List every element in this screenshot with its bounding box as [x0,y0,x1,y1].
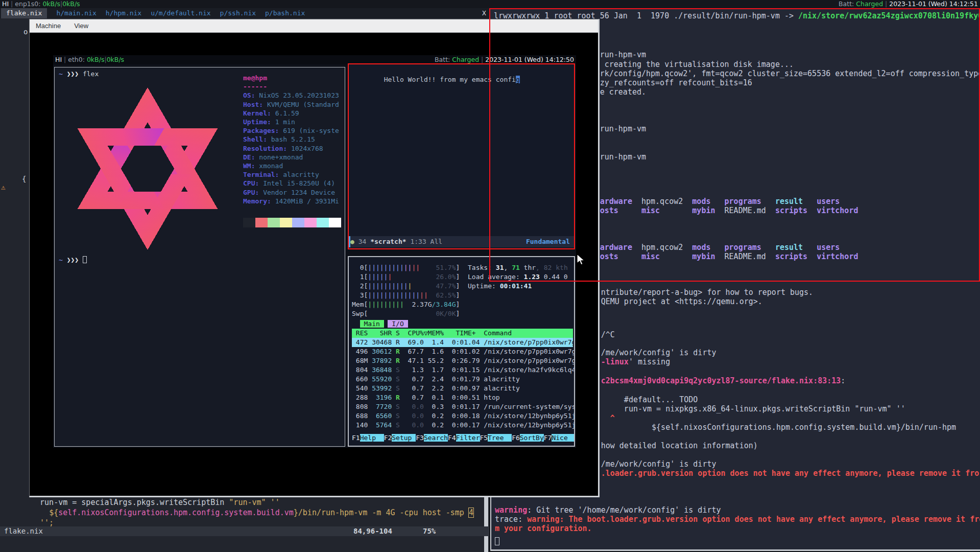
fn-key[interactable]: F1 [352,434,360,442]
close-icon[interactable]: X [482,9,486,17]
fn-key-label[interactable]: Nice [552,434,575,442]
emacs-cursor: g [516,76,520,83]
vm-display[interactable]: HI | eth0: 0kB/s|0kB/s Batt: Charged | 2… [53,55,576,448]
htop-process-row: 808 7720 S 0.0 0.3 0:01.17 /run/current-… [352,402,575,411]
modeline-buffer-name: flake.nix [4,526,43,536]
shell-prompt-empty: ~ ❯❯❯ [59,256,87,264]
palette-swatch [304,218,317,227]
vm-emacs-modeline: ● 34 *scratch* 1:33 All Fundamental [349,236,574,247]
terminal-line: m your configuration. [495,524,592,533]
htop-tab[interactable]: Main [360,320,384,328]
htop-process-row: 688 6560 S 0.0 0.2 0:00.18 /nix/store/12… [352,411,575,421]
neofetch-line: WM: xmonad [243,162,344,170]
tab-item[interactable]: h/hpm.nix [106,8,141,18]
buffer-glyph: ⚠ [1,183,5,191]
menu-machine[interactable]: Machine [36,19,61,32]
palette-swatch [329,218,341,227]
htop-process-row: 660 55920 S 0.7 2.4 0:01.79 alacritty [352,375,520,384]
tab-item[interactable]: p/bash.nix [265,8,305,18]
fn-key[interactable]: F7 [544,434,552,442]
vm-modeline-buffer-info: ● 34 *scratch* 1:33 All [350,238,442,245]
tab-item[interactable]: p/ssh.nix [220,8,256,18]
neofetch-line: me@hpm [243,74,344,82]
htop-line: 0[||||||||||||| 51.7%] Tasks: 31, 71 thr… [352,263,568,272]
palette-swatch [268,218,280,227]
htop-process-row: 496 30612 R 67.7 1.6 0:01.02 /nix/store/… [352,347,575,356]
htop-line: 1[|||||| 26.0%] Load average: 1.23 0.44 … [352,272,568,282]
fn-key-label[interactable]: Search [424,434,448,442]
neofetch-output: me@hpm------OS: NixOS 23.05.20231023Host… [243,74,344,205]
neofetch-line: Packages: 619 (nix-syste [243,126,344,135]
htop-function-bar: F1Help F2Setup F3SearchF4FilterF5Tree F6… [352,433,575,443]
vm-network-status: HI | eth0: 0kB/s|0kB/s [55,55,124,64]
htop-process-row: 140 5764 S 0.0 0.2 0:00.17 /nix/store/12… [352,421,575,430]
htop-process-row: 68M 37892 R 47.1 55.2 0:26.79 /nix/store… [352,356,575,365]
qemu-vm-window[interactable]: Machine View HI | eth0: 0kB/s|0kB/s Batt… [29,19,600,497]
emacs-tab-bar: flake.nixh/main.nixh/hpm.nixu/m/default.… [0,8,489,18]
vm-htop-window[interactable]: 0[||||||||||||| 51.7%] Tasks: 31, 71 thr… [348,256,575,447]
terminal-line: trace: warning: The boot.loader.grub.ver… [495,515,980,524]
vm-terminal-window[interactable]: ~ ❯❯❯ flex [54,67,345,447]
htop-tab[interactable]: I/O [388,320,408,328]
htop-process-row: 472 30468 R 69.0 1.4 0:01.04 /nix/store/… [352,338,573,347]
terminal-cursor [495,537,499,545]
htop-line: Mem[||||||||| 2.37G/3.84G] [352,300,460,309]
host-status-bar: HI | enp1s0: 0kB/s|0kB/s Batt: Charged |… [0,0,980,8]
code-line: ${self.nixosConfigurations.hpm.config.sy… [31,508,473,518]
fn-key-label[interactable]: Tree [488,434,512,442]
fn-key[interactable]: F5 [480,434,488,442]
neofetch-line: Kernel: 6.1.59 [243,109,344,118]
shell-cursor [83,256,87,263]
neofetch-line: OS: NixOS 23.05.20231023 [243,91,344,100]
fn-key-label[interactable]: Help [360,434,384,442]
vm-modeline-major-mode: Fundamental [526,236,570,247]
host-battery-clock: Batt: Charged | 2023-11-01 (Wed) 14:12:5… [839,0,978,8]
menu-view[interactable]: View [74,19,88,32]
emacs-modeline: flake.nix 84,96-104 75% [0,526,489,536]
htop-line: 3[||||||||||||||| 62.5%] [352,291,460,300]
nixos-logo [58,81,237,257]
fn-key-label[interactable]: Filter [456,434,480,442]
modeline-percent: 75% [423,526,436,536]
neofetch-line: ------ [243,82,344,91]
mouse-pointer-icon [576,254,585,266]
palette-swatch [280,218,292,227]
tab-item[interactable]: u/m/default.nix [151,8,210,18]
htop-process-row: 804 36848 S 1.3 1.7 0:01.15 /nix/store/h… [352,365,575,375]
fn-key-label[interactable]: SortBy [520,434,544,442]
terminal-color-palette [243,218,341,227]
fn-key[interactable]: F3 [416,434,424,442]
htop-line: 2[||||||||||| 47.7%] Uptime: 00:01:41 [352,282,532,291]
fn-key[interactable]: F4 [448,434,456,442]
neofetch-line: Shell: bash 5.2.15 [243,135,344,144]
modeline-position: 84,96-104 [353,526,392,536]
host-network-status: HI | enp1s0: 0kB/s|0kB/s [2,0,80,8]
neofetch-line: Host: KVM/QEMU (Standard [243,100,344,109]
terminal-line: warning: Git tree '/home/me/work/config'… [495,505,721,515]
emacs-right-fringe [484,497,488,552]
fn-key[interactable]: F2 [384,434,392,442]
palette-swatch [243,218,255,227]
vm-emacs-window[interactable]: Hello World!! from my emacs config ● 34 … [348,63,575,249]
neofetch-line: CPU: Intel i5-8250U (4) [243,179,344,188]
neofetch-line: Terminal: alacritty [243,170,344,179]
fn-key-label[interactable]: Setup [392,434,416,442]
neofetch-line: GPU: Vendor 1234 Device [243,188,344,197]
htop-table-header: RES SHR S CPU%▽MEM% TIME+ Command [352,329,573,338]
palette-swatch [317,218,329,227]
palette-swatch [292,218,304,227]
fn-key[interactable]: F6 [512,434,520,442]
code-line: run-vm = specialArgs.pkgs.writeScriptBin… [31,497,280,508]
shell-prompt: ~ ❯❯❯ flex [59,70,99,78]
neofetch-line: Resolution: 1024x768 [243,144,344,153]
tab-item[interactable]: h/main.nix [56,8,96,18]
neofetch-line: DE: none+xmonad [243,153,344,162]
neofetch-line: Uptime: 1 min [243,118,344,126]
palette-swatch [255,218,268,227]
buffer-glyph: { [22,175,26,183]
buffer-glyph: o [23,28,28,36]
tab-active[interactable]: flake.nix [1,8,47,18]
emacs-scratch-text: Hello World!! from my emacs config [352,66,520,93]
htop-line: Swp[ 0K/0K] [352,309,460,318]
neofetch-line: Memory: 1420MiB / 3931Mi [243,197,344,205]
